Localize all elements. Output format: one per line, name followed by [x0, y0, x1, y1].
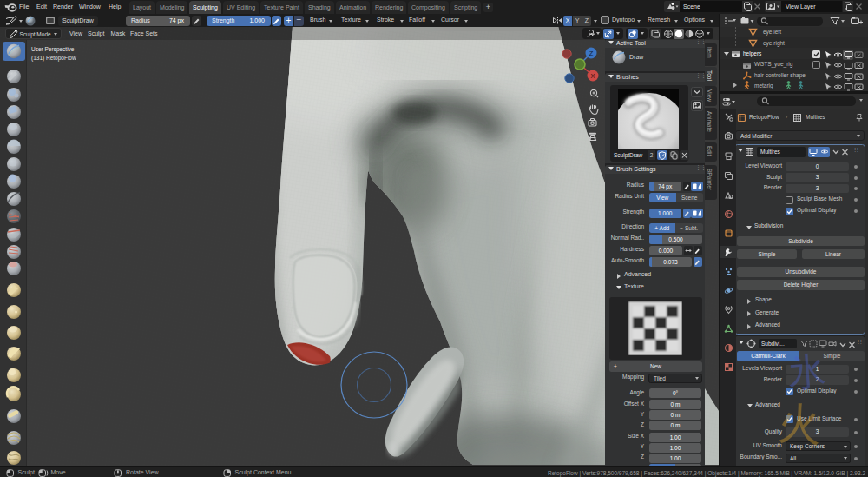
svg-text:Z: Z: [589, 50, 594, 57]
svg-text:X: X: [590, 72, 595, 80]
